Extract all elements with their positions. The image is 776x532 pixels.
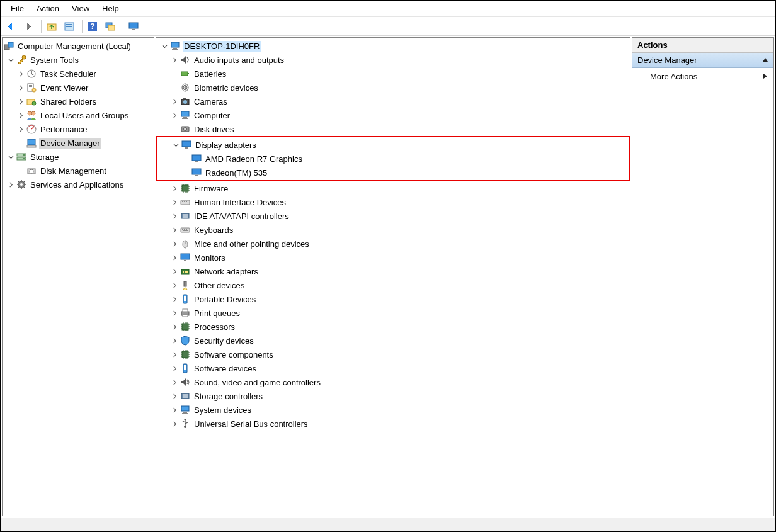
actions-header: Actions [632, 38, 773, 53]
device-cat-cameras[interactable]: Cameras [156, 94, 630, 108]
device-cat-print-queues[interactable]: Print queues [156, 306, 630, 320]
expand-toggle[interactable] [170, 295, 179, 303]
expand-toggle[interactable] [170, 225, 179, 234]
tree-task-scheduler[interactable]: Task Scheduler [3, 67, 154, 81]
tree-services-apps[interactable]: Services and Applications [3, 178, 154, 191]
device-cat-sw-devices[interactable]: Software devices [156, 361, 630, 375]
help-button[interactable] [86, 19, 101, 34]
tree-storage[interactable]: Storage [3, 150, 154, 164]
device-cat-hid[interactable]: Human Interface Devices [156, 195, 630, 209]
expand-toggle[interactable] [170, 253, 179, 262]
tree-root-computer-management[interactable]: Computer Management (Local) [3, 39, 154, 53]
expand-toggle[interactable] [170, 239, 179, 248]
expand-toggle[interactable] [170, 281, 179, 290]
device-cat-monitors[interactable]: Monitors [156, 251, 630, 264]
tree-device-manager[interactable]: Device Manager [3, 136, 154, 150]
device-label: Storage controllers [193, 391, 264, 402]
device-cat-computer[interactable]: Computer [156, 108, 630, 122]
expand-toggle[interactable] [170, 378, 179, 387]
expand-toggle[interactable] [160, 42, 169, 50]
device-label: Universal Serial Bus controllers [193, 419, 309, 429]
device-label: AMD Radeon R7 Graphics [204, 154, 304, 164]
menu-view[interactable]: View [66, 3, 96, 14]
expand-toggle[interactable] [6, 152, 15, 161]
tree-event-viewer[interactable]: Event Viewer [3, 81, 154, 94]
tree-shared-folders[interactable]: Shared Folders [3, 94, 154, 108]
device-cat-sound[interactable]: Sound, video and game controllers [156, 375, 630, 389]
device-cat-ide[interactable]: IDE ATA/ATAPI controllers [156, 209, 630, 223]
nav-forward-button[interactable] [22, 19, 37, 34]
device-gpu-radeon-535[interactable]: Radeon(TM) 535 [157, 166, 629, 179]
expand-toggle[interactable] [170, 55, 179, 64]
expand-toggle[interactable] [171, 140, 180, 149]
up-folder-button[interactable] [45, 19, 60, 34]
device-cat-other[interactable]: Other devices [156, 278, 630, 292]
expand-toggle[interactable] [170, 364, 179, 373]
device-cat-batteries[interactable]: Batteries [156, 67, 630, 81]
expand-toggle[interactable] [16, 111, 25, 120]
expand-toggle[interactable] [16, 69, 25, 78]
device-cat-sw-components[interactable]: Software components [156, 348, 630, 361]
device-cat-system-devices[interactable]: System devices [156, 403, 630, 417]
expand-toggle[interactable] [170, 308, 179, 317]
expand-toggle[interactable] [16, 97, 25, 106]
tree-local-users[interactable]: Local Users and Groups [3, 108, 154, 122]
expand-toggle[interactable] [170, 184, 179, 193]
expand-toggle[interactable] [16, 125, 25, 133]
menu-file[interactable]: File [4, 3, 30, 14]
expand-toggle[interactable] [170, 111, 179, 120]
shared-folder-icon [26, 96, 37, 106]
show-hide-button[interactable] [104, 19, 119, 34]
separator [82, 20, 83, 33]
collapse-icon [762, 55, 768, 65]
device-label: Network adapters [193, 266, 260, 277]
expand-toggle[interactable] [170, 267, 179, 276]
expand-toggle[interactable] [170, 212, 179, 220]
device-cat-portable[interactable]: Portable Devices [156, 292, 630, 306]
device-manager-panel: DESKTOP-1DIH0FR Audio inputs and outputs… [156, 37, 630, 516]
device-cat-keyboards[interactable]: Keyboards [156, 223, 630, 237]
expand-toggle[interactable] [170, 97, 179, 106]
expand-toggle[interactable] [170, 392, 179, 400]
expand-toggle[interactable] [170, 405, 179, 414]
expand-toggle[interactable] [6, 55, 15, 64]
users-icon [26, 110, 37, 120]
expand-toggle[interactable] [170, 350, 179, 359]
device-cat-audio[interactable]: Audio inputs and outputs [156, 53, 630, 67]
device-cat-usb[interactable]: Universal Serial Bus controllers [156, 417, 630, 431]
device-root[interactable]: DESKTOP-1DIH0FR [156, 39, 630, 53]
monitors-button[interactable] [127, 19, 142, 34]
expand-toggle[interactable] [6, 180, 15, 189]
expand-toggle[interactable] [170, 322, 179, 331]
device-cat-biometric[interactable]: Biometric devices [156, 81, 630, 94]
tree-system-tools[interactable]: System Tools [3, 53, 154, 67]
actions-item-label: More Actions [650, 72, 697, 81]
device-cat-processors[interactable]: Processors [156, 320, 630, 334]
menu-help[interactable]: Help [96, 3, 125, 14]
disk-icon [26, 166, 37, 176]
actions-more-actions[interactable]: More Actions [632, 68, 773, 85]
device-cat-disk-drives[interactable]: Disk drives [156, 122, 630, 136]
status-bar [1, 518, 775, 531]
tree-performance[interactable]: Performance [3, 122, 154, 136]
expand-toggle[interactable] [170, 419, 179, 428]
device-cat-firmware[interactable]: Firmware [156, 181, 630, 195]
expand-toggle[interactable] [170, 336, 179, 345]
properties-button[interactable] [63, 19, 78, 34]
expand-toggle[interactable] [170, 198, 179, 207]
device-cat-display-adapters[interactable]: Display adapters [157, 138, 629, 152]
expand-toggle[interactable] [16, 83, 25, 92]
tree-disk-management[interactable]: Disk Management [3, 164, 154, 178]
device-cat-storage-controllers[interactable]: Storage controllers [156, 389, 630, 403]
actions-section[interactable]: Device Manager [632, 53, 773, 68]
nav-back-button[interactable] [4, 19, 20, 34]
device-cat-mice[interactable]: Mice and other pointing devices [156, 237, 630, 251]
device-cat-network[interactable]: Network adapters [156, 264, 630, 278]
device-gpu-amd-r7[interactable]: AMD Radeon R7 Graphics [157, 152, 629, 166]
tree-label: System Tools [29, 55, 80, 65]
device-label: Radeon(TM) 535 [204, 167, 268, 178]
device-cat-security[interactable]: Security devices [156, 334, 630, 348]
device-manager-icon [26, 138, 37, 148]
performance-icon [26, 124, 37, 134]
menu-action[interactable]: Action [30, 3, 66, 14]
